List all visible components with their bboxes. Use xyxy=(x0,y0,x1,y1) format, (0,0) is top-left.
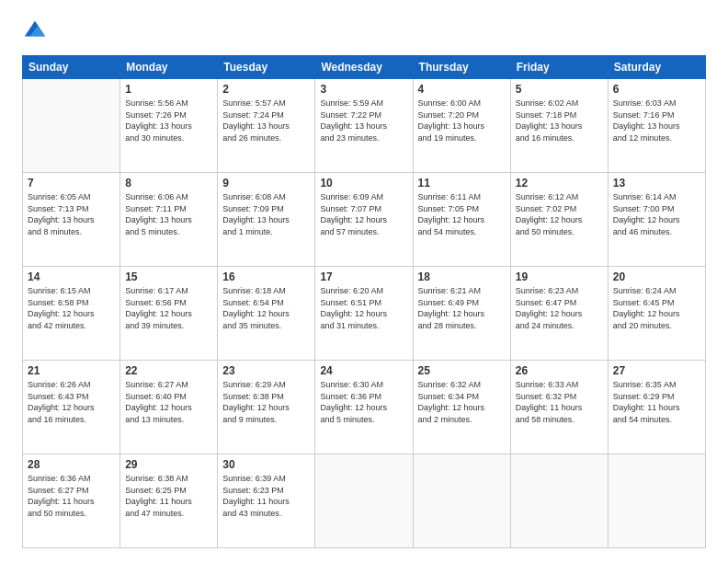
day-number: 9 xyxy=(222,177,310,190)
day-number: 3 xyxy=(320,83,407,96)
cell-content: Sunrise: 5:57 AM Sunset: 7:24 PM Dayligh… xyxy=(222,98,310,144)
cell-content: Sunrise: 6:11 AM Sunset: 7:05 PM Dayligh… xyxy=(418,191,506,237)
cell-content: Sunrise: 6:09 AM Sunset: 7:07 PM Dayligh… xyxy=(320,191,407,237)
day-number: 7 xyxy=(28,177,115,190)
day-number: 1 xyxy=(125,83,212,96)
page: SundayMondayTuesdayWednesdayThursdayFrid… xyxy=(0,0,728,563)
calendar-week-4: 28Sunrise: 6:36 AM Sunset: 6:27 PM Dayli… xyxy=(23,454,706,548)
cell-content: Sunrise: 6:05 AM Sunset: 7:13 PM Dayligh… xyxy=(28,191,115,237)
day-number: 11 xyxy=(418,177,506,190)
day-number: 26 xyxy=(516,364,603,377)
cell-content: Sunrise: 6:15 AM Sunset: 6:58 PM Dayligh… xyxy=(28,285,115,331)
day-header-thursday: Thursday xyxy=(413,56,510,79)
calendar-cell: 3Sunrise: 5:59 AM Sunset: 7:22 PM Daylig… xyxy=(315,79,413,173)
day-number: 15 xyxy=(125,270,212,283)
day-header-wednesday: Wednesday xyxy=(315,56,413,79)
logo xyxy=(22,18,51,44)
calendar-cell: 23Sunrise: 6:29 AM Sunset: 6:38 PM Dayli… xyxy=(218,361,315,454)
cell-content: Sunrise: 6:36 AM Sunset: 6:27 PM Dayligh… xyxy=(28,473,115,519)
day-number: 12 xyxy=(516,177,603,190)
calendar-cell xyxy=(23,79,120,173)
logo-icon xyxy=(22,18,48,44)
day-number: 21 xyxy=(28,364,115,377)
day-number: 13 xyxy=(613,177,700,190)
day-header-monday: Monday xyxy=(120,56,218,79)
calendar-cell: 16Sunrise: 6:18 AM Sunset: 6:54 PM Dayli… xyxy=(218,267,315,361)
day-header-tuesday: Tuesday xyxy=(218,56,315,79)
cell-content: Sunrise: 6:03 AM Sunset: 7:16 PM Dayligh… xyxy=(613,98,700,144)
day-header-friday: Friday xyxy=(510,56,608,79)
calendar-cell: 11Sunrise: 6:11 AM Sunset: 7:05 PM Dayli… xyxy=(413,173,510,267)
calendar-cell: 27Sunrise: 6:35 AM Sunset: 6:29 PM Dayli… xyxy=(608,361,705,454)
day-header-sunday: Sunday xyxy=(23,56,120,79)
calendar-cell: 20Sunrise: 6:24 AM Sunset: 6:45 PM Dayli… xyxy=(608,267,705,361)
day-number: 24 xyxy=(320,364,407,377)
calendar-cell: 30Sunrise: 6:39 AM Sunset: 6:23 PM Dayli… xyxy=(218,454,315,548)
calendar-cell: 9Sunrise: 6:08 AM Sunset: 7:09 PM Daylig… xyxy=(218,173,315,267)
day-header-saturday: Saturday xyxy=(608,56,705,79)
cell-content: Sunrise: 5:59 AM Sunset: 7:22 PM Dayligh… xyxy=(320,98,407,144)
calendar-cell xyxy=(608,454,705,548)
cell-content: Sunrise: 6:17 AM Sunset: 6:56 PM Dayligh… xyxy=(125,285,212,331)
day-number: 6 xyxy=(613,83,700,96)
cell-content: Sunrise: 6:00 AM Sunset: 7:20 PM Dayligh… xyxy=(418,98,506,144)
calendar-cell: 21Sunrise: 6:26 AM Sunset: 6:43 PM Dayli… xyxy=(23,361,120,454)
cell-content: Sunrise: 6:14 AM Sunset: 7:00 PM Dayligh… xyxy=(613,191,700,237)
calendar-cell: 4Sunrise: 6:00 AM Sunset: 7:20 PM Daylig… xyxy=(413,79,510,173)
calendar-cell: 10Sunrise: 6:09 AM Sunset: 7:07 PM Dayli… xyxy=(315,173,413,267)
day-number: 19 xyxy=(516,270,603,283)
cell-content: Sunrise: 6:12 AM Sunset: 7:02 PM Dayligh… xyxy=(516,191,603,237)
cell-content: Sunrise: 6:24 AM Sunset: 6:45 PM Dayligh… xyxy=(613,285,700,331)
calendar-cell: 26Sunrise: 6:33 AM Sunset: 6:32 PM Dayli… xyxy=(510,361,608,454)
cell-content: Sunrise: 6:30 AM Sunset: 6:36 PM Dayligh… xyxy=(320,379,407,425)
calendar-week-2: 14Sunrise: 6:15 AM Sunset: 6:58 PM Dayli… xyxy=(23,267,706,361)
header xyxy=(22,18,706,44)
cell-content: Sunrise: 6:20 AM Sunset: 6:51 PM Dayligh… xyxy=(320,285,407,331)
cell-content: Sunrise: 6:18 AM Sunset: 6:54 PM Dayligh… xyxy=(222,285,310,331)
calendar-cell: 2Sunrise: 5:57 AM Sunset: 7:24 PM Daylig… xyxy=(218,79,315,173)
calendar-cell: 15Sunrise: 6:17 AM Sunset: 6:56 PM Dayli… xyxy=(120,267,218,361)
cell-content: Sunrise: 6:08 AM Sunset: 7:09 PM Dayligh… xyxy=(222,191,310,237)
calendar-cell: 7Sunrise: 6:05 AM Sunset: 7:13 PM Daylig… xyxy=(23,173,120,267)
cell-content: Sunrise: 6:02 AM Sunset: 7:18 PM Dayligh… xyxy=(516,98,603,144)
calendar-cell xyxy=(413,454,510,548)
day-number: 28 xyxy=(28,458,115,471)
cell-content: Sunrise: 6:32 AM Sunset: 6:34 PM Dayligh… xyxy=(418,379,506,425)
calendar-cell: 25Sunrise: 6:32 AM Sunset: 6:34 PM Dayli… xyxy=(413,361,510,454)
calendar-cell: 8Sunrise: 6:06 AM Sunset: 7:11 PM Daylig… xyxy=(120,173,218,267)
cell-content: Sunrise: 6:26 AM Sunset: 6:43 PM Dayligh… xyxy=(28,379,115,425)
calendar-week-3: 21Sunrise: 6:26 AM Sunset: 6:43 PM Dayli… xyxy=(23,361,706,454)
cell-content: Sunrise: 6:23 AM Sunset: 6:47 PM Dayligh… xyxy=(516,285,603,331)
calendar-cell: 24Sunrise: 6:30 AM Sunset: 6:36 PM Dayli… xyxy=(315,361,413,454)
cell-content: Sunrise: 6:39 AM Sunset: 6:23 PM Dayligh… xyxy=(222,473,310,519)
calendar-week-1: 7Sunrise: 6:05 AM Sunset: 7:13 PM Daylig… xyxy=(23,173,706,267)
day-number: 16 xyxy=(222,270,310,283)
calendar: SundayMondayTuesdayWednesdayThursdayFrid… xyxy=(22,55,706,548)
day-number: 20 xyxy=(613,270,700,283)
day-number: 23 xyxy=(222,364,310,377)
cell-content: Sunrise: 6:21 AM Sunset: 6:49 PM Dayligh… xyxy=(418,285,506,331)
cell-content: Sunrise: 6:27 AM Sunset: 6:40 PM Dayligh… xyxy=(125,379,212,425)
calendar-cell: 18Sunrise: 6:21 AM Sunset: 6:49 PM Dayli… xyxy=(413,267,510,361)
day-number: 29 xyxy=(125,458,212,471)
day-number: 25 xyxy=(418,364,506,377)
cell-content: Sunrise: 6:35 AM Sunset: 6:29 PM Dayligh… xyxy=(613,379,700,425)
calendar-cell: 17Sunrise: 6:20 AM Sunset: 6:51 PM Dayli… xyxy=(315,267,413,361)
calendar-cell: 28Sunrise: 6:36 AM Sunset: 6:27 PM Dayli… xyxy=(23,454,120,548)
day-number: 5 xyxy=(516,83,603,96)
calendar-cell: 19Sunrise: 6:23 AM Sunset: 6:47 PM Dayli… xyxy=(510,267,608,361)
cell-content: Sunrise: 5:56 AM Sunset: 7:26 PM Dayligh… xyxy=(125,98,212,144)
day-number: 8 xyxy=(125,177,212,190)
calendar-cell: 12Sunrise: 6:12 AM Sunset: 7:02 PM Dayli… xyxy=(510,173,608,267)
calendar-cell: 29Sunrise: 6:38 AM Sunset: 6:25 PM Dayli… xyxy=(120,454,218,548)
day-number: 30 xyxy=(222,458,310,471)
cell-content: Sunrise: 6:38 AM Sunset: 6:25 PM Dayligh… xyxy=(125,473,212,519)
day-number: 18 xyxy=(418,270,506,283)
calendar-cell: 5Sunrise: 6:02 AM Sunset: 7:18 PM Daylig… xyxy=(510,79,608,173)
day-number: 14 xyxy=(28,270,115,283)
cell-content: Sunrise: 6:29 AM Sunset: 6:38 PM Dayligh… xyxy=(222,379,310,425)
calendar-cell: 6Sunrise: 6:03 AM Sunset: 7:16 PM Daylig… xyxy=(608,79,705,173)
calendar-cell: 22Sunrise: 6:27 AM Sunset: 6:40 PM Dayli… xyxy=(120,361,218,454)
calendar-cell xyxy=(315,454,413,548)
calendar-header-row: SundayMondayTuesdayWednesdayThursdayFrid… xyxy=(23,56,706,79)
